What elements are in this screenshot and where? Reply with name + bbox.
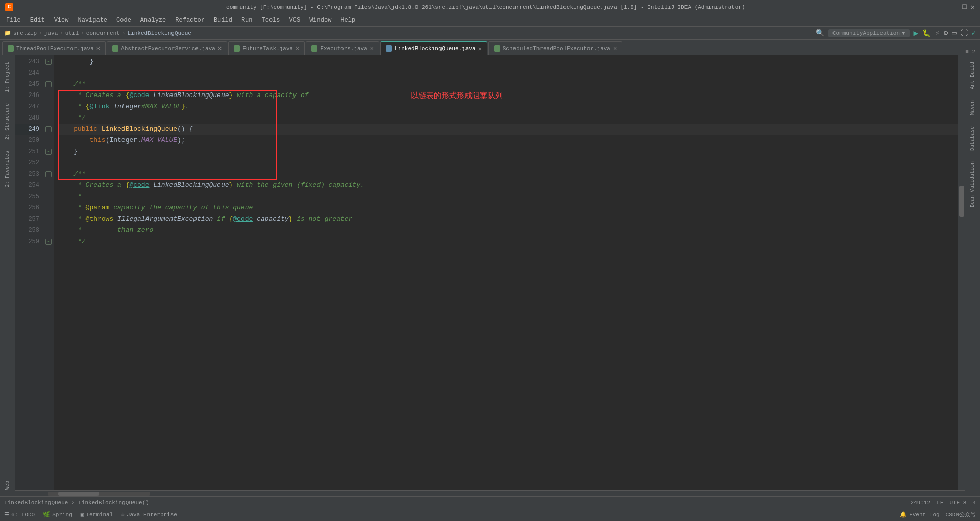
code-lines[interactable]: 以链表的形式形成阻塞队列 } /** * Creates a {@code Li… (54, 55, 958, 490)
code-line-255[interactable]: * (58, 191, 958, 202)
menu-code[interactable]: Code (112, 16, 135, 25)
breadcrumb-concurrent[interactable]: concurrent (86, 30, 120, 36)
tab-executors[interactable]: Executors.java ✕ (306, 41, 379, 55)
status-method[interactable]: LinkedBlockingQueue() (78, 500, 149, 506)
menu-help[interactable]: Help (336, 16, 359, 25)
maximize-button[interactable]: □ (962, 3, 966, 11)
tab-futuretask[interactable]: FutureTask.java ✕ (228, 41, 305, 55)
fold-icon[interactable]: - (45, 239, 52, 245)
sidebar-database[interactable]: Database (969, 122, 976, 155)
fold-icon[interactable]: - (45, 126, 52, 132)
code-line-256[interactable]: * @param capacity the capacity of this q… (58, 202, 958, 214)
debug-button[interactable]: 🐛 (922, 29, 931, 37)
tab-threadpoolexecutor[interactable]: ThreadPoolExecutor.java ✕ (2, 41, 106, 55)
sidebar-item-favorites[interactable]: 2: Favorites (4, 147, 11, 192)
event-log-icon: 🔔 (900, 511, 907, 518)
menu-refactor[interactable]: Refactor (171, 16, 209, 25)
spring-panel[interactable]: 🌿 Spring (43, 511, 72, 518)
menu-navigate[interactable]: Navigate (74, 16, 111, 25)
tab-scheduledthreadpoolexecutor[interactable]: ScheduledThreadPoolExecutor.java ✕ (488, 41, 622, 55)
sidebar-ant-build[interactable]: Ant Build (969, 58, 976, 93)
window-controls[interactable]: — □ ✕ (954, 3, 975, 11)
menu-vcs[interactable]: VCS (285, 16, 305, 25)
close-button[interactable]: ✕ (971, 3, 975, 11)
tab-close[interactable]: ✕ (218, 44, 222, 52)
fold-icon[interactable]: - (45, 171, 52, 177)
layout-button[interactable]: ▭ (952, 29, 956, 37)
code-line-246[interactable]: * Creates a {@code LinkedBlockingQueue} … (58, 90, 958, 101)
breadcrumb-java[interactable]: java (44, 30, 58, 36)
code-line-252[interactable] (58, 157, 958, 169)
terminal-panel[interactable]: ▣ Terminal (81, 511, 113, 518)
menu-run[interactable]: Run (237, 16, 257, 25)
sidebar-bean-validation[interactable]: Bean Validation (969, 157, 976, 211)
tab-close[interactable]: ✕ (370, 44, 374, 52)
sidebar-item-structure[interactable]: 2: Structure (4, 99, 11, 144)
app-icon: C (5, 3, 13, 11)
code-line-249[interactable]: public LinkedBlockingQueue() { (58, 124, 958, 135)
sidebar-maven[interactable]: Maven (969, 96, 976, 120)
csdn-label[interactable]: CSDN公众号 (946, 511, 976, 518)
scroll-thumb[interactable] (959, 186, 964, 217)
sidebar-item-project[interactable]: 1: Project (4, 58, 11, 97)
coverage-button[interactable]: ⚡ (935, 29, 939, 37)
code-line-259[interactable]: */ (58, 236, 958, 247)
java-file-icon-active (386, 45, 392, 52)
code-line-248[interactable]: */ (58, 112, 958, 124)
menu-analyze[interactable]: Analyze (136, 16, 170, 25)
sidebar-item-web[interactable]: Web (4, 477, 11, 494)
tab-linkedblockingqueue[interactable]: LinkedBlockingQueue.java ✕ (380, 41, 487, 55)
breadcrumb-util[interactable]: util (65, 30, 79, 36)
fullscreen-button[interactable]: ⛶ (961, 29, 968, 37)
code-line-244[interactable] (58, 67, 958, 79)
menu-view[interactable]: View (50, 16, 73, 25)
java-enterprise-icon: ☕ (121, 511, 125, 518)
todo-panel[interactable]: ☰ 6: TODO (4, 511, 35, 518)
java-file-icon (8, 45, 14, 52)
code-line-254[interactable]: * Creates a {@code LinkedBlockingQueue} … (58, 180, 958, 191)
code-line-247[interactable]: * {@link Integer#MAX_VALUE}. (58, 101, 958, 112)
run-config[interactable]: CommunityApplication ▼ (828, 29, 910, 37)
tab-close[interactable]: ✕ (296, 44, 299, 52)
tab-label: FutureTask.java (242, 45, 293, 52)
menu-build[interactable]: Build (210, 16, 236, 25)
fold-icon[interactable]: - (45, 81, 52, 87)
java-file-icon (112, 45, 118, 52)
encoding: UTF-8 (949, 500, 966, 506)
tab-close[interactable]: ✕ (96, 44, 100, 52)
java-enterprise-panel[interactable]: ☕ Java Enterprise (121, 511, 177, 518)
more-actions[interactable]: ⚙ (944, 29, 948, 37)
scrollbar[interactable] (958, 55, 965, 490)
status-class[interactable]: LinkedBlockingQueue (4, 500, 68, 506)
run-button[interactable]: ▶ (914, 28, 919, 38)
code-line-245[interactable]: /** (58, 79, 958, 90)
tab-overflow-indicator[interactable]: ≡ 2 (965, 49, 975, 55)
tab-close[interactable]: ✕ (613, 44, 617, 52)
h-scroll-thumb[interactable] (58, 492, 99, 496)
code-line-257[interactable]: * @throws IllegalArgumentException if {@… (58, 214, 958, 225)
java-file-icon (311, 45, 317, 52)
menu-file[interactable]: File (2, 16, 25, 25)
todo-label: 6: TODO (11, 512, 35, 518)
event-log[interactable]: 🔔 Event Log (900, 511, 939, 518)
terminal-label: Terminal (86, 512, 113, 518)
horizontal-scrollbar[interactable] (15, 490, 965, 496)
java-file-icon (234, 45, 240, 52)
tab-label: ScheduledThreadPoolExecutor.java (503, 45, 610, 52)
fold-icon[interactable]: - (45, 149, 52, 155)
status-right: 249:12 LF UTF-8 4 (911, 500, 976, 506)
code-line-250[interactable]: this(Integer.MAX_VALUE); (58, 135, 958, 146)
menu-tools[interactable]: Tools (258, 16, 284, 25)
code-line-253[interactable]: /** (58, 169, 958, 180)
breadcrumb-class[interactable]: LinkedBlockingQueue (127, 30, 191, 36)
fold-icon[interactable]: - (45, 59, 52, 65)
tab-close[interactable]: ✕ (478, 45, 482, 53)
code-line-258[interactable]: * than zero (58, 225, 958, 236)
menu-window[interactable]: Window (305, 16, 335, 25)
tab-abstractexecutorservice[interactable]: AbstractExecutorService.java ✕ (107, 41, 227, 55)
code-line-251[interactable]: } (58, 146, 958, 157)
code-line-243[interactable]: } (58, 56, 958, 67)
breadcrumb-srczup[interactable]: src.zip (13, 30, 37, 36)
menu-edit[interactable]: Edit (26, 16, 49, 25)
minimize-button[interactable]: — (954, 3, 958, 11)
